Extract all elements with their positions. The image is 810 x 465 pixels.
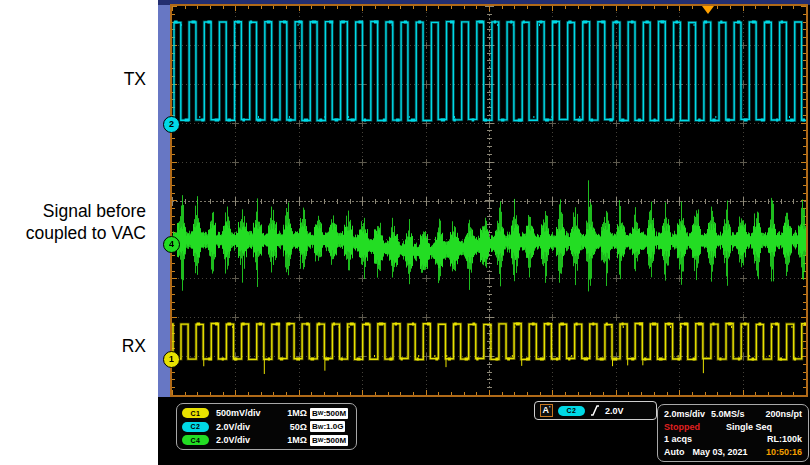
channel-pill-c2[interactable]: C2	[182, 422, 209, 432]
trigger-settings-bar[interactable]: A' C2 2.0V	[534, 401, 657, 420]
channel-scale: 2.0V/div	[216, 422, 280, 432]
channel-marker-ch2[interactable]: 2	[163, 116, 180, 133]
channel-impedance: 1MΩ	[280, 408, 307, 418]
annotation-tx: TX	[0, 68, 146, 90]
trigger-position-marker-icon[interactable]	[702, 6, 714, 14]
scope-window: 2 4 1 C1 500mV/div 1MΩ BW:500M C2 2.0V/d…	[158, 0, 810, 465]
trigger-level: 2.0V	[605, 406, 624, 416]
channel-pill-c1[interactable]: C1	[182, 408, 209, 418]
trigger-source-pill[interactable]: C2	[558, 406, 585, 416]
waveform-canvas[interactable]	[172, 6, 806, 395]
channel-row-c4[interactable]: C4 2.0V/div 1MΩ BW:500M	[182, 434, 351, 446]
record-length: RL:100k	[767, 434, 802, 444]
channel-settings-panel[interactable]: C1 500mV/div 1MΩ BW:500M C2 2.0V/div 50Ω…	[176, 403, 357, 450]
date-value: May 03, 2021	[693, 447, 748, 457]
acq-count: 1 acqs	[664, 434, 692, 444]
timebase-value: 2.0ms/div	[664, 409, 705, 419]
acq-row-horizontal: 2.0ms/div 5.0MS/s 200ns/pt	[664, 409, 802, 419]
acq-mode: Single Seq	[726, 422, 772, 432]
trigger-a-badge[interactable]: A'	[540, 404, 553, 417]
annotation-rx: RX	[0, 335, 146, 357]
resolution-value: 200ns/pt	[765, 409, 802, 419]
graticule: 2 4 1	[170, 4, 808, 397]
channel-marker-ch4[interactable]: 4	[163, 236, 180, 253]
channel-impedance: 50Ω	[280, 422, 307, 432]
channel-row-c1[interactable]: C1 500mV/div 1MΩ BW:500M	[182, 407, 351, 419]
channel-pill-c4[interactable]: C4	[182, 435, 209, 445]
acquisition-panel[interactable]: 2.0ms/div 5.0MS/s 200ns/pt Stopped Singl…	[657, 404, 809, 462]
annotation-signal: Signal before coupled to VAC	[0, 200, 146, 244]
annotation-column: TX Signal before coupled to VAC RX	[0, 0, 148, 465]
annotation-signal-line1: Signal before	[0, 200, 146, 222]
page: TX Signal before coupled to VAC RX 2 4 1…	[0, 0, 810, 465]
acq-row-datetime: Auto May 03, 2021 10:50:16	[664, 447, 802, 457]
bandwidth-badge: BW:500M	[310, 435, 348, 446]
bandwidth-badge: BW:1.0G	[310, 421, 345, 432]
trigger-mode: Auto	[664, 447, 685, 457]
bandwidth-badge: BW:500M	[310, 408, 348, 419]
acq-status: Stopped	[664, 422, 700, 432]
channel-scale: 2.0V/div	[216, 435, 280, 445]
sample-rate-value: 5.0MS/s	[711, 409, 745, 419]
channel-row-c2[interactable]: C2 2.0V/div 50Ω BW:1.0G	[182, 421, 351, 433]
rising-edge-icon	[590, 404, 600, 417]
acq-row-count: 1 acqs RL:100k	[664, 434, 802, 444]
time-value: 10:50:16	[766, 447, 802, 457]
status-bar: C1 500mV/div 1MΩ BW:500M C2 2.0V/div 50Ω…	[158, 397, 810, 465]
channel-impedance: 1MΩ	[280, 435, 307, 445]
annotation-signal-line2: coupled to VAC	[0, 222, 146, 244]
channel-scale: 500mV/div	[216, 408, 280, 418]
channel-marker-ch1[interactable]: 1	[163, 351, 180, 368]
acq-row-status: Stopped Single Seq	[664, 422, 802, 432]
